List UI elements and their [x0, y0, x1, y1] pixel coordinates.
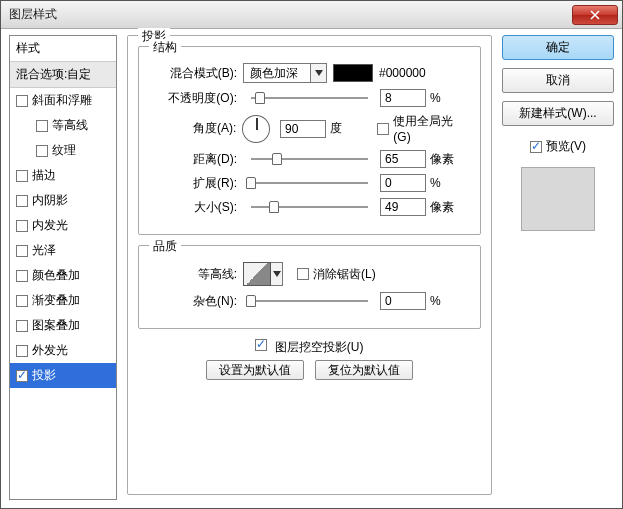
styles-item-checkbox[interactable]: [16, 370, 28, 382]
distance-slider[interactable]: [251, 158, 368, 160]
distance-row: 距离(D): 65 像素: [149, 150, 470, 168]
styles-item-label: 斜面和浮雕: [32, 92, 92, 109]
opacity-label: 不透明度(O):: [149, 90, 243, 107]
styles-item-label: 内发光: [32, 217, 68, 234]
styles-item[interactable]: 内发光: [10, 213, 116, 238]
angle-label: 角度(A):: [149, 120, 242, 137]
preview-label: 预览(V): [546, 138, 586, 155]
knockout-label: 图层挖空投影(U): [275, 340, 364, 354]
preview-box: [521, 167, 595, 231]
global-light-checkbox[interactable]: [377, 123, 389, 135]
close-button[interactable]: [572, 5, 618, 25]
styles-item[interactable]: 外发光: [10, 338, 116, 363]
opacity-row: 不透明度(O): 8 %: [149, 89, 470, 107]
styles-item-checkbox[interactable]: [36, 120, 48, 132]
spread-slider[interactable]: [251, 182, 368, 184]
window-title: 图层样式: [9, 6, 57, 23]
blend-mode-row: 混合模式(B): 颜色加深 #000000: [149, 63, 470, 83]
distance-label: 距离(D):: [149, 151, 243, 168]
styles-item-label: 投影: [32, 367, 56, 384]
noise-input[interactable]: 0: [380, 292, 426, 310]
styles-item-label: 纹理: [52, 142, 76, 159]
quality-fieldset: 品质 等高线: 消除锯齿(L) 杂色(N): 0 %: [138, 245, 481, 329]
angle-row: 角度(A): 90 度 使用全局光(G): [149, 113, 470, 144]
preview-checkbox[interactable]: [530, 141, 542, 153]
styles-item-label: 光泽: [32, 242, 56, 259]
opacity-input[interactable]: 8: [380, 89, 426, 107]
styles-item-label: 内阴影: [32, 192, 68, 209]
styles-item-label: 渐变叠加: [32, 292, 80, 309]
styles-item-label: 等高线: [52, 117, 88, 134]
styles-item-checkbox[interactable]: [16, 245, 28, 257]
color-hex: #000000: [379, 66, 426, 80]
angle-dial[interactable]: [242, 115, 270, 143]
styles-item-label: 描边: [32, 167, 56, 184]
antialias-checkbox[interactable]: [297, 268, 309, 280]
cancel-button[interactable]: 取消: [502, 68, 614, 93]
styles-item[interactable]: 投影: [10, 363, 116, 388]
structure-fieldset: 结构 混合模式(B): 颜色加深 #000000 不透明度(O): 8: [138, 46, 481, 235]
spread-label: 扩展(R):: [149, 175, 243, 192]
size-slider[interactable]: [251, 206, 368, 208]
make-default-button[interactable]: 设置为默认值: [206, 360, 304, 380]
titlebar: 图层样式: [1, 1, 622, 29]
styles-list: 样式 混合选项:自定 斜面和浮雕等高线纹理描边内阴影内发光光泽颜色叠加渐变叠加图…: [9, 35, 117, 500]
styles-item[interactable]: 斜面和浮雕: [10, 88, 116, 113]
blending-options-row[interactable]: 混合选项:自定: [10, 61, 116, 88]
new-style-button[interactable]: 新建样式(W)...: [502, 101, 614, 126]
styles-item-checkbox[interactable]: [16, 195, 28, 207]
styles-item[interactable]: 内阴影: [10, 188, 116, 213]
styles-header[interactable]: 样式: [10, 36, 116, 61]
distance-input[interactable]: 65: [380, 150, 426, 168]
styles-item-label: 颜色叠加: [32, 267, 80, 284]
styles-item[interactable]: 等高线: [10, 113, 116, 138]
styles-item-checkbox[interactable]: [16, 220, 28, 232]
client-area: 样式 混合选项:自定 斜面和浮雕等高线纹理描边内阴影内发光光泽颜色叠加渐变叠加图…: [9, 35, 614, 500]
right-column: 确定 取消 新建样式(W)... 预览(V): [502, 35, 614, 500]
settings-panel: 投影 结构 混合模式(B): 颜色加深 #000000 不透明度(O):: [127, 35, 492, 500]
spread-row: 扩展(R): 0 %: [149, 174, 470, 192]
opacity-slider[interactable]: [251, 97, 368, 99]
quality-legend: 品质: [149, 238, 181, 255]
noise-slider[interactable]: [251, 300, 368, 302]
reset-default-button[interactable]: 复位为默认值: [315, 360, 413, 380]
styles-item[interactable]: 描边: [10, 163, 116, 188]
blend-mode-select[interactable]: 颜色加深: [243, 63, 327, 83]
styles-item-checkbox[interactable]: [16, 295, 28, 307]
angle-unit: 度: [330, 120, 370, 137]
structure-legend: 结构: [149, 39, 181, 56]
styles-item[interactable]: 光泽: [10, 238, 116, 263]
layer-style-dialog: 图层样式 样式 混合选项:自定 斜面和浮雕等高线纹理描边内阴影内发光光泽颜色叠加…: [0, 0, 623, 509]
styles-item-checkbox[interactable]: [16, 320, 28, 332]
styles-item[interactable]: 图案叠加: [10, 313, 116, 338]
size-label: 大小(S):: [149, 199, 243, 216]
styles-item-checkbox[interactable]: [16, 95, 28, 107]
styles-item-checkbox[interactable]: [16, 345, 28, 357]
styles-item-checkbox[interactable]: [36, 145, 48, 157]
spread-input[interactable]: 0: [380, 174, 426, 192]
contour-picker[interactable]: [243, 262, 271, 286]
knockout-checkbox[interactable]: [255, 339, 267, 351]
settings-outer-fieldset: 投影 结构 混合模式(B): 颜色加深 #000000 不透明度(O):: [127, 35, 492, 495]
size-input[interactable]: 49: [380, 198, 426, 216]
styles-item-checkbox[interactable]: [16, 270, 28, 282]
styles-item[interactable]: 颜色叠加: [10, 263, 116, 288]
size-unit: 像素: [430, 199, 470, 216]
knockout-row: 图层挖空投影(U): [138, 339, 481, 356]
size-row: 大小(S): 49 像素: [149, 198, 470, 216]
angle-input[interactable]: 90: [280, 120, 326, 138]
chevron-down-icon: [310, 64, 326, 82]
styles-item[interactable]: 纹理: [10, 138, 116, 163]
close-icon: [590, 10, 600, 20]
color-swatch[interactable]: [333, 64, 373, 82]
noise-row: 杂色(N): 0 %: [149, 292, 470, 310]
chevron-down-icon[interactable]: [271, 262, 283, 286]
styles-item-checkbox[interactable]: [16, 170, 28, 182]
blend-mode-value: 颜色加深: [244, 65, 310, 82]
distance-unit: 像素: [430, 151, 470, 168]
ok-button[interactable]: 确定: [502, 35, 614, 60]
styles-item-label: 图案叠加: [32, 317, 80, 334]
styles-item[interactable]: 渐变叠加: [10, 288, 116, 313]
default-buttons-row: 设置为默认值 复位为默认值: [138, 362, 481, 379]
blend-mode-label: 混合模式(B):: [149, 65, 243, 82]
